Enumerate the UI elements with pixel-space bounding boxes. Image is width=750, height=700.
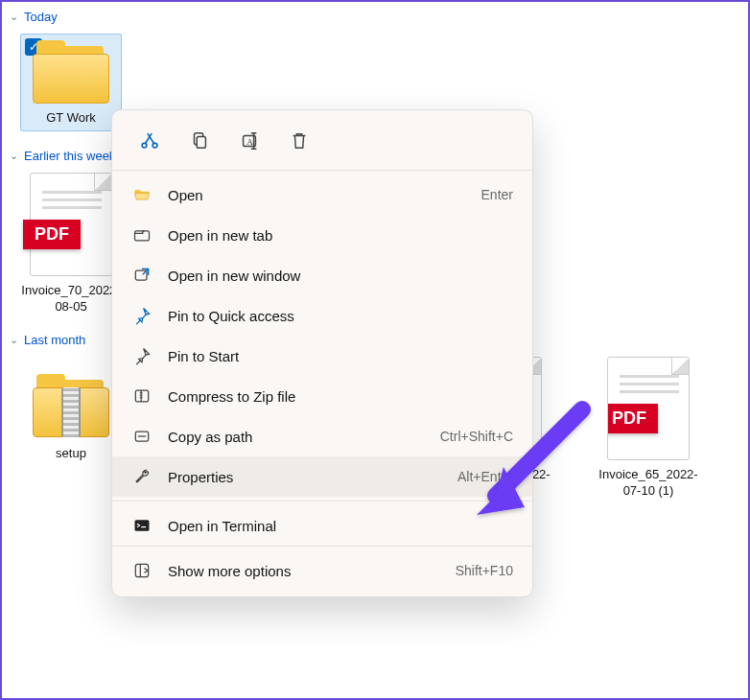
- menu-label: Open: [168, 187, 466, 203]
- pin-icon: [131, 345, 152, 366]
- delete-button[interactable]: [279, 124, 319, 158]
- scissors-icon: [139, 130, 160, 152]
- svg-point-1: [152, 143, 157, 148]
- path-icon: [131, 426, 152, 447]
- menu-accelerator: Shift+F10: [456, 563, 513, 578]
- rename-icon: A: [239, 130, 260, 152]
- file-label: setup: [56, 445, 86, 462]
- terminal-icon: [131, 515, 152, 536]
- context-menu: A Open Enter Open in new tab Open in new…: [111, 109, 533, 597]
- svg-text:A: A: [246, 137, 253, 147]
- folder-icon: [33, 40, 109, 105]
- menu-item-pin-quick-access[interactable]: Pin to Quick access: [112, 295, 532, 336]
- separator: [112, 501, 532, 502]
- svg-point-0: [142, 143, 147, 148]
- group-label: Today: [24, 10, 58, 24]
- file-item-pdf[interactable]: PDF Invoice_65_2022-07-10 (1): [591, 353, 706, 500]
- wrench-icon: [131, 466, 152, 487]
- pin-icon: [131, 305, 152, 326]
- svg-rect-3: [197, 136, 205, 148]
- menu-item-open[interactable]: Open Enter: [112, 175, 532, 215]
- menu-label: Pin to Quick access: [168, 308, 513, 324]
- svg-rect-8: [135, 390, 148, 402]
- chevron-down-icon: ⌄: [10, 150, 18, 162]
- file-label: Invoice_65_2022-07-10 (1): [591, 466, 706, 500]
- group-label: Earlier this week: [24, 149, 115, 163]
- menu-item-open-new-tab[interactable]: Open in new tab: [112, 215, 532, 255]
- show-more-icon: [131, 560, 152, 581]
- context-menu-action-row: A: [112, 110, 532, 170]
- pdf-icon: PDF: [30, 173, 112, 276]
- group-label: Last month: [24, 333, 85, 347]
- copy-button[interactable]: [179, 124, 220, 158]
- file-label: GT Work: [46, 109, 96, 127]
- menu-label: Copy as path: [168, 429, 425, 445]
- separator: [112, 546, 532, 547]
- trash-icon: [289, 130, 310, 152]
- copy-icon: [189, 130, 210, 152]
- menu-item-open-new-window[interactable]: Open in new window: [112, 255, 532, 295]
- menu-label: Pin to Start: [168, 348, 513, 364]
- menu-label: Open in new window: [168, 268, 513, 284]
- menu-label: Properties: [168, 469, 442, 485]
- menu-accelerator: Enter: [481, 187, 513, 202]
- chevron-down-icon: ⌄: [10, 334, 18, 346]
- external-window-icon: [131, 265, 152, 286]
- menu-item-properties[interactable]: Properties Alt+Enter: [112, 456, 532, 497]
- menu-accelerator: Ctrl+Shift+C: [440, 429, 513, 444]
- menu-item-show-more-options[interactable]: Show more options Shift+F10: [112, 550, 532, 591]
- chevron-down-icon: ⌄: [10, 11, 18, 23]
- menu-item-copy-as-path[interactable]: Copy as path Ctrl+Shift+C: [112, 416, 532, 456]
- svg-rect-11: [135, 564, 148, 576]
- cut-button[interactable]: [129, 124, 170, 158]
- group-header-today[interactable]: ⌄ Today: [2, 2, 748, 26]
- menu-item-open-terminal[interactable]: Open in Terminal: [112, 505, 532, 546]
- menu-label: Show more options: [168, 563, 440, 579]
- menu-label: Compress to Zip file: [168, 388, 513, 405]
- svg-rect-10: [135, 520, 150, 531]
- menu-item-compress-zip[interactable]: Compress to Zip file: [112, 376, 532, 416]
- rename-button[interactable]: A: [229, 124, 270, 158]
- menu-item-pin-start[interactable]: Pin to Start: [112, 336, 532, 376]
- zip-folder-icon: [33, 374, 109, 439]
- selected-folder-tile[interactable]: ✓ GT Work: [20, 34, 122, 131]
- zip-icon: [131, 385, 152, 407]
- menu-label: Open in Terminal: [168, 518, 513, 534]
- menu-label: Open in new tab: [168, 227, 513, 244]
- folder-open-icon: [131, 184, 152, 205]
- svg-rect-6: [135, 231, 150, 241]
- tab-icon: [131, 224, 152, 245]
- pdf-icon: PDF: [607, 357, 690, 460]
- menu-accelerator: Alt+Enter: [457, 469, 513, 484]
- separator: [112, 170, 532, 171]
